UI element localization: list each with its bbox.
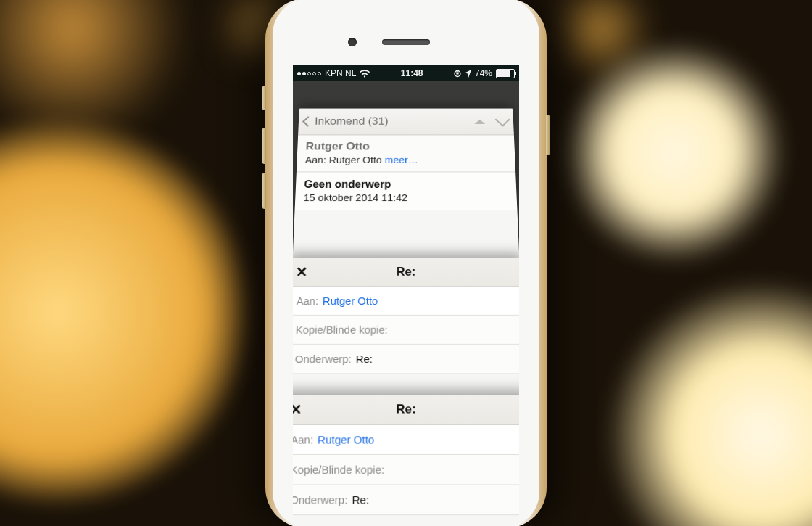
compose-draft-card[interactable]: ✕ Re: Aan: Rutger Otto Kopie/Blinde kopi…	[293, 395, 519, 526]
clock-label: 11:48	[401, 68, 423, 78]
earpiece-speaker	[382, 39, 430, 45]
to-recipient: Rutger Otto	[318, 433, 374, 445]
to-label: Aan:	[297, 295, 319, 307]
to-row[interactable]: Aan: Rutger Otto	[293, 425, 519, 455]
front-camera	[348, 38, 357, 46]
battery-pct-label: 74%	[475, 68, 492, 78]
cc-bcc-label: Kopie/Blinde kopie:	[296, 324, 388, 336]
to-name: Rutger Otto	[329, 155, 382, 165]
date-label: 15 oktober 2014 11:42	[303, 192, 508, 202]
message-header: Rutger Otto Aan: Rutger Otto meer…	[297, 135, 515, 172]
subject-field-label: Onderwerp:	[293, 493, 347, 506]
prev-message-button[interactable]	[474, 119, 485, 123]
subject-field-value: Re:	[356, 353, 373, 365]
orientation-lock-icon	[454, 70, 461, 78]
location-icon	[465, 70, 471, 78]
nav-bar: Inkomend (31)	[298, 109, 514, 136]
cc-bcc-label: Kopie/Blinde kopie:	[293, 463, 384, 476]
power-button	[546, 115, 550, 155]
sender-label: Rutger Otto	[305, 140, 506, 152]
compose-title: Re:	[293, 265, 519, 279]
to-row[interactable]: Aan: Rutger Otto	[293, 287, 519, 315]
to-prefix: Aan:	[305, 155, 327, 165]
iphone-device: KPN NL 11:48 74% Inkomen	[265, 0, 547, 526]
back-label: Inkomend (31)	[315, 115, 389, 128]
compose-header: ✕ Re:	[293, 395, 519, 425]
recipient-line: Aan: Rutger Otto meer…	[305, 155, 508, 165]
signal-dots-icon	[297, 72, 321, 75]
next-message-button[interactable]	[495, 112, 510, 126]
mute-switch	[262, 86, 266, 110]
wifi-icon	[360, 70, 370, 78]
volume-down-button	[262, 173, 266, 209]
close-button[interactable]: ✕	[293, 400, 302, 419]
back-button[interactable]: Inkomend (31)	[304, 115, 389, 128]
cc-bcc-row[interactable]: Kopie/Blinde kopie:	[293, 316, 519, 345]
close-button[interactable]: ✕	[296, 263, 308, 280]
chevron-left-icon	[302, 116, 314, 127]
svg-rect-1	[456, 72, 458, 74]
draft-switcher-stage: Inkomend (31) Rutger Otto Aan: Rutger Ot…	[293, 81, 519, 526]
cc-bcc-row[interactable]: Kopie/Blinde kopie:	[293, 455, 519, 485]
subject-row[interactable]: Onderwerp: Re:	[293, 485, 519, 515]
subject-row[interactable]: Onderwerp: Re:	[293, 345, 519, 374]
battery-icon	[496, 69, 515, 78]
to-recipient: Rutger Otto	[323, 295, 378, 307]
screen: KPN NL 11:48 74% Inkomen	[293, 65, 519, 526]
compose-header: ✕ Re:	[293, 258, 519, 287]
subject-block: Geen onderwerp 15 oktober 2014 11:42	[295, 172, 518, 210]
subject-label: Geen onderwerp	[304, 178, 508, 190]
carrier-label: KPN NL	[325, 68, 356, 78]
to-label: Aan:	[293, 433, 313, 445]
compose-title: Re:	[293, 402, 519, 416]
volume-up-button	[262, 128, 266, 164]
more-link[interactable]: meer…	[385, 155, 418, 165]
subject-field-value: Re:	[352, 493, 369, 506]
subject-field-label: Onderwerp:	[295, 353, 352, 365]
status-bar: KPN NL 11:48 74%	[293, 65, 519, 81]
